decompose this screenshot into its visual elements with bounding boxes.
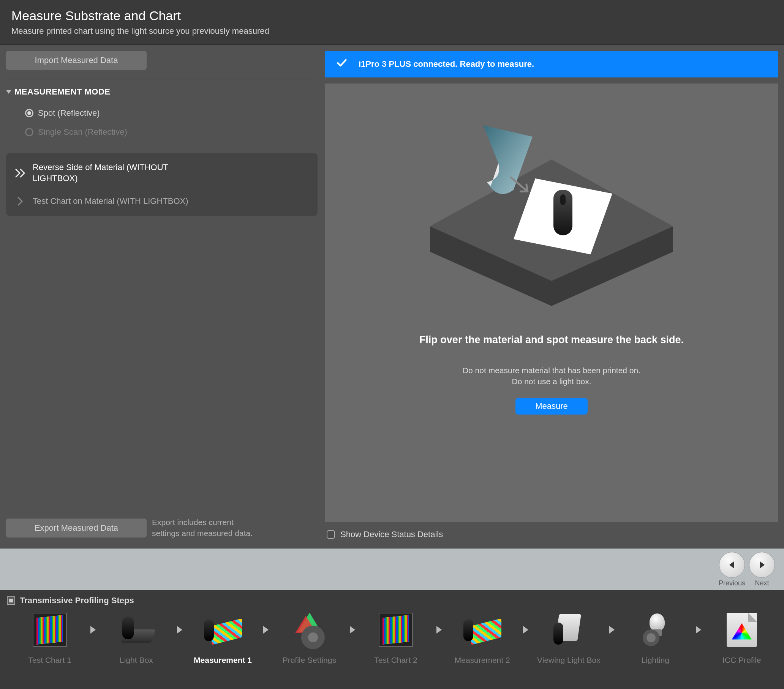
flip-illustration (430, 114, 673, 311)
step-separator-icon (173, 611, 186, 649)
task-reverse-side[interactable]: Reverse Side of Material (WITHOUT LIGHTB… (6, 156, 318, 190)
step-thumbnail-icon (550, 611, 588, 649)
step-thumbnail-icon (636, 611, 674, 649)
workflow-step-lighting[interactable]: Lighting (621, 611, 690, 665)
step-separator-icon (605, 611, 619, 649)
workflow-step-test-chart-2[interactable]: Test Chart 2 (361, 611, 430, 665)
collapse-icon (7, 596, 15, 605)
workflow-step-profile-settings[interactable]: Profile Settings (275, 611, 344, 665)
workflow-step-viewing-light-box[interactable]: Viewing Light Box (534, 611, 603, 665)
step-label: Profile Settings (283, 656, 336, 665)
divider (6, 79, 318, 79)
export-measured-data-button[interactable]: Export Measured Data (6, 518, 147, 538)
step-thumbnail-icon (377, 611, 415, 649)
radio-spot-label: Spot (Reflective) (38, 108, 100, 118)
export-button-label: Export Measured Data (35, 523, 118, 533)
workflow-step-measurement-2[interactable]: Measurement 2 (448, 611, 517, 665)
warning-text: Do not measure material that has been pr… (463, 365, 641, 387)
workflow-step-test-chart-1[interactable]: Test Chart 1 (15, 611, 84, 665)
import-measured-data-button[interactable]: Import Measured Data (6, 51, 147, 70)
measurement-stage: Flip over the material and spot measure … (325, 84, 778, 522)
workflow-steps-label: Transmissive Profiling Steps (20, 595, 134, 605)
task-list: Reverse Side of Material (WITHOUT LIGHTB… (6, 153, 318, 216)
previous-button[interactable]: Previous (719, 552, 745, 587)
nav-bar: Previous Next (0, 549, 784, 590)
step-separator-icon (432, 611, 446, 649)
step-label: Test Chart 2 (374, 656, 417, 665)
step-label: Measurement 1 (194, 656, 252, 665)
triangle-down-icon (6, 90, 12, 94)
next-button[interactable]: Next (749, 552, 775, 587)
workflow-step-measurement-1[interactable]: Measurement 1 (188, 611, 257, 665)
measurement-mode-heading[interactable]: MEASUREMENT MODE (6, 87, 318, 97)
page-header: Measure Substrate and Chart Measure prin… (0, 0, 784, 45)
show-device-status-details-checkbox[interactable]: Show Device Status Details (325, 528, 778, 543)
previous-label: Previous (719, 579, 745, 587)
workflow-step-icc-profile[interactable]: ICC Profile (707, 611, 776, 665)
chevron-right-icon (15, 197, 26, 206)
triangle-right-icon (757, 560, 767, 570)
step-label: Lighting (641, 656, 669, 665)
step-thumbnail-icon (463, 611, 501, 649)
measurement-mode-label: MEASUREMENT MODE (15, 87, 110, 97)
step-thumbnail-icon (31, 611, 69, 649)
export-description: Export includes current settings and mea… (152, 517, 258, 539)
checkbox-icon (327, 530, 335, 539)
page-title: Measure Substrate and Chart (12, 8, 772, 23)
instruction-text: Flip over the material and spot measure … (419, 334, 684, 346)
double-chevron-right-icon (15, 169, 26, 178)
device-icon (550, 190, 576, 243)
status-text: i1Pro 3 PLUS connected. Ready to measure… (359, 59, 534, 69)
step-label: ICC Profile (723, 656, 761, 665)
next-label: Next (755, 579, 769, 587)
step-separator-icon (519, 611, 532, 649)
step-label: Test Chart 1 (28, 656, 71, 665)
page-subtitle: Measure printed chart using the light so… (12, 26, 772, 36)
step-thumbnail-icon (723, 611, 761, 649)
radio-spot-reflective[interactable]: Spot (Reflective) (6, 104, 318, 123)
warning-line-2: Do not use a light box. (463, 376, 641, 387)
step-separator-icon (259, 611, 273, 649)
show-details-label: Show Device Status Details (340, 529, 443, 539)
radio-scan-label: Single Scan (Reflective) (38, 127, 127, 137)
step-label: Measurement 2 (455, 656, 510, 665)
check-icon (336, 58, 347, 71)
step-separator-icon (345, 611, 359, 649)
radio-single-scan-reflective: Single Scan (Reflective) (6, 123, 318, 141)
step-separator-icon (691, 611, 705, 649)
triangle-left-icon (727, 560, 737, 570)
step-label: Light Box (120, 656, 153, 665)
warning-line-1: Do not measure material that has been pr… (463, 365, 641, 376)
step-thumbnail-icon (117, 611, 155, 649)
workflow-steps-heading[interactable]: Transmissive Profiling Steps (0, 590, 784, 611)
task-test-chart[interactable]: Test Chart on Material (WITH LIGHTBOX) (6, 190, 318, 213)
step-separator-icon (86, 611, 100, 649)
task-reverse-label: Reverse Side of Material (WITHOUT LIGHTB… (33, 162, 196, 184)
import-button-label: Import Measured Data (35, 56, 118, 65)
step-label: Viewing Light Box (537, 656, 601, 665)
step-thumbnail-icon (290, 611, 328, 649)
measure-button-label: Measure (535, 401, 568, 411)
radio-unselected-icon (25, 128, 33, 136)
task-testchart-label: Test Chart on Material (WITH LIGHTBOX) (33, 196, 188, 207)
workflow-step-light-box[interactable]: Light Box (102, 611, 171, 665)
measure-button[interactable]: Measure (516, 398, 588, 414)
radio-selected-icon (25, 109, 33, 117)
device-status-banner: i1Pro 3 PLUS connected. Ready to measure… (325, 51, 778, 77)
workflow-steps: Transmissive Profiling Steps Test Chart … (0, 590, 784, 689)
step-thumbnail-icon (204, 611, 242, 649)
